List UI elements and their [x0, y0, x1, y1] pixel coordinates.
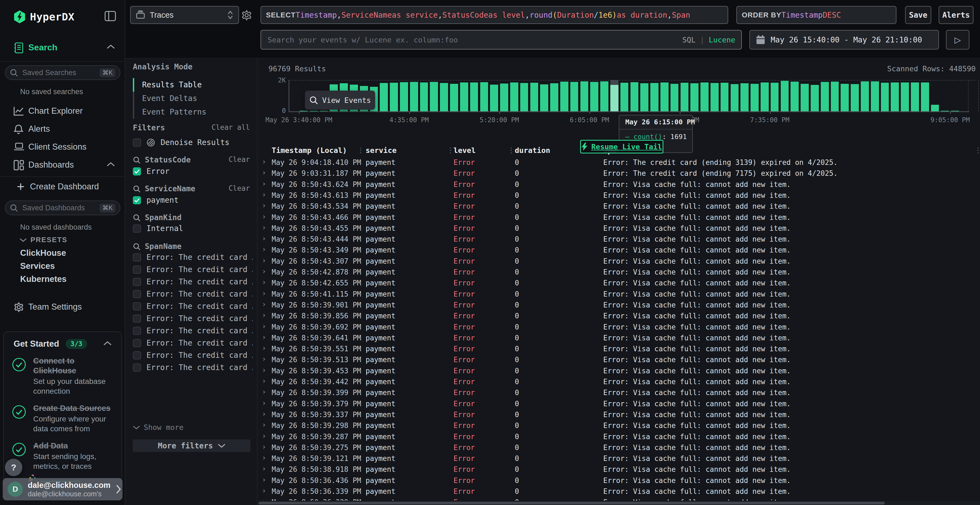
more-filters-button[interactable]: More filters	[133, 440, 250, 452]
sidebar-item-chart-explorer[interactable]: Chart Explorer	[0, 104, 125, 119]
row-expand-icon[interactable]: ›	[262, 311, 266, 319]
event-search-bar[interactable]: SQL | Lucene	[261, 30, 742, 49]
sidebar-item-team-settings[interactable]: Team Settings	[0, 300, 125, 315]
row-expand-icon[interactable]: ›	[262, 388, 266, 396]
histogram[interactable]	[299, 80, 960, 111]
histogram-bar[interactable]	[931, 105, 939, 111]
row-expand-icon[interactable]: ›	[262, 278, 266, 286]
table-row[interactable]: ›May 26 8:50:39.692 PMpaymentError0Error…	[258, 322, 980, 332]
table-row[interactable]: ›May 26 8:50:39.379 PMpaymentError0Error…	[258, 399, 980, 409]
checkbox-unchecked[interactable]	[133, 302, 141, 310]
table-row[interactable]: ›May 26 8:50:39.453 PMpaymentError0Error…	[258, 365, 980, 376]
histogram-bar[interactable]	[721, 83, 729, 111]
histogram-bar[interactable]	[861, 81, 869, 111]
histogram-bar[interactable]	[430, 82, 438, 111]
histogram-bar[interactable]	[590, 82, 598, 111]
row-expand-icon[interactable]: ›	[262, 366, 266, 374]
row-expand-icon[interactable]: ›	[262, 464, 266, 473]
histogram-bar[interactable]	[440, 83, 448, 111]
histogram-bar[interactable]	[811, 85, 819, 111]
table-row[interactable]: ›May 26 8:50:43.534 PMpaymentError0Error…	[258, 201, 980, 212]
filter-option-spanname[interactable]: Error: The credit card …	[133, 351, 253, 360]
histogram-bar[interactable]	[711, 83, 719, 111]
table-row[interactable]: ›May 26 8:50:39.551 PMpaymentError0Error…	[258, 343, 980, 354]
row-expand-icon[interactable]: ›	[262, 377, 266, 385]
saved-searches-input[interactable]	[22, 68, 96, 77]
sidebar-item-dashboards[interactable]: Dashboards	[0, 158, 125, 173]
preset-link-clickhouse[interactable]: ClickHouse	[20, 248, 66, 258]
histogram-bar[interactable]	[700, 83, 709, 111]
clear-statuscode-link[interactable]: Clear	[229, 156, 250, 164]
histogram-bar[interactable]	[760, 83, 769, 111]
histogram-bar[interactable]	[570, 82, 579, 111]
row-expand-icon[interactable]: ›	[262, 157, 266, 166]
histogram-bar[interactable]	[540, 84, 548, 111]
sidebar-item-alerts[interactable]: Alerts	[0, 122, 125, 137]
view-events-button[interactable]: View Events	[305, 91, 375, 110]
filter-option-spanname[interactable]: Error: The credit card …	[133, 277, 253, 286]
table-row[interactable]: ›May 26 8:50:38.918 PMpaymentError0Error…	[258, 464, 980, 475]
column-resize-handle[interactable]: ⋮	[447, 146, 454, 154]
row-expand-icon[interactable]: ›	[262, 399, 266, 407]
analysis-mode-results-table[interactable]: Results Table	[133, 78, 250, 92]
filter-option-spanname[interactable]: Error: The credit card …	[133, 363, 253, 372]
resume-live-tail-button[interactable]: Resume Live Tail	[580, 140, 663, 154]
histogram-bar[interactable]	[791, 82, 799, 111]
preset-link-kubernetes[interactable]: Kubernetes	[20, 274, 67, 284]
row-expand-icon[interactable]: ›	[262, 168, 266, 176]
denoise-filter[interactable]: Denoise Results	[133, 138, 229, 147]
histogram-bar[interactable]	[650, 83, 659, 111]
row-expand-icon[interactable]: ›	[262, 267, 266, 275]
filter-option-payment[interactable]: payment	[133, 195, 178, 205]
sidebar-item-search[interactable]: Search	[0, 41, 125, 56]
row-expand-icon[interactable]: ›	[262, 201, 266, 210]
scrollbar-thumb[interactable]	[259, 502, 885, 505]
checkbox-unchecked[interactable]	[133, 327, 141, 335]
histogram-bar[interactable]	[560, 82, 568, 111]
filter-option-spanname[interactable]: Error: The credit card …	[133, 289, 253, 299]
row-expand-icon[interactable]: ›	[262, 443, 266, 451]
select-clause-input[interactable]: SELECT Timestamp, ServiceName as service…	[261, 6, 728, 24]
chevron-up-icon[interactable]	[107, 44, 115, 49]
user-menu[interactable]: D dale@clickhouse.com dale@clickhouse.co…	[3, 478, 123, 500]
table-row[interactable]: ›May 26 8:50:43.624 PMpaymentError0Error…	[258, 179, 980, 190]
table-row[interactable]: ›May 26 9:04:18.410 PMpaymentError0Error…	[258, 157, 980, 168]
show-more-link[interactable]: Show more	[133, 423, 183, 432]
histogram-bar[interactable]	[470, 83, 478, 111]
histogram-bar[interactable]	[670, 84, 679, 111]
histogram-bar[interactable]	[550, 83, 558, 111]
table-row[interactable]: ›May 26 8:50:43.613 PMpaymentError0Error…	[258, 190, 980, 201]
create-dashboard-button[interactable]: Create Dashboard	[17, 182, 99, 192]
histogram-bar[interactable]	[901, 83, 909, 111]
histogram-bar[interactable]	[620, 83, 628, 111]
column-header-duration[interactable]: duration	[515, 146, 550, 154]
histogram-bar[interactable]	[681, 83, 689, 111]
checkbox-unchecked[interactable]	[133, 314, 141, 323]
event-search-input[interactable]	[267, 35, 677, 44]
clear-servicename-link[interactable]: Clear	[229, 184, 250, 192]
get-started-item[interactable]: Create Data SourcesConfigure where your …	[12, 403, 115, 434]
table-row[interactable]: ›May 26 8:50:39.337 PMpaymentError0Error…	[258, 409, 980, 420]
histogram-bar[interactable]	[921, 83, 929, 111]
row-expand-icon[interactable]: ›	[262, 245, 266, 253]
histogram-bar[interactable]	[891, 83, 899, 111]
filter-option-spanname[interactable]: Error: The credit card …	[133, 253, 253, 262]
checkbox-checked[interactable]	[133, 167, 141, 176]
get-started-item[interactable]: Add DataStart sending logs, metrics, or …	[12, 441, 115, 471]
histogram-bar[interactable]	[881, 83, 889, 111]
histogram-bar[interactable]	[871, 81, 879, 111]
filter-option-error[interactable]: Error	[133, 167, 169, 176]
histogram-bar[interactable]	[480, 82, 488, 111]
row-expand-icon[interactable]: ›	[262, 344, 266, 352]
table-row[interactable]: ›May 26 8:50:36.339 PMpaymentError0Error…	[258, 486, 980, 497]
histogram-bar[interactable]	[740, 83, 749, 111]
table-row[interactable]: ›May 26 8:50:39.901 PMpaymentError0Error…	[258, 300, 980, 310]
table-row[interactable]: ›May 26 8:50:43.466 PMpaymentError0Error…	[258, 212, 980, 223]
histogram-bar[interactable]	[821, 82, 829, 111]
get-started-item[interactable]: Connect to ClickHouseSet up your databas…	[12, 356, 115, 396]
table-row[interactable]: ›May 26 8:50:39.856 PMpaymentError0Error…	[258, 310, 980, 321]
saved-dashboards-search[interactable]: ⌘K	[5, 200, 120, 215]
checkbox-unchecked[interactable]	[133, 339, 141, 347]
row-expand-icon[interactable]: ›	[262, 191, 266, 199]
histogram-bar[interactable]	[460, 83, 468, 111]
